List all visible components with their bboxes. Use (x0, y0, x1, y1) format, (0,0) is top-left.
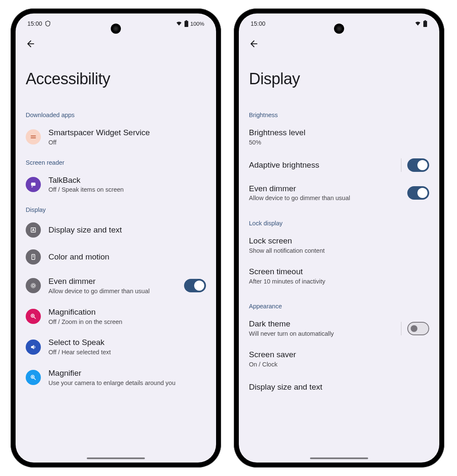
item-title: TalkBack (48, 175, 206, 185)
item-color-and-motion[interactable]: Color and motion (16, 243, 216, 270)
item-screen-saver[interactable]: Screen saver On / Clock (239, 344, 439, 374)
svg-rect-4 (31, 182, 36, 186)
svg-line-16 (34, 378, 36, 380)
item-title: Smartspacer Widget Service (48, 128, 206, 138)
battery-icon (423, 20, 428, 27)
item-sub: Show all notification content (249, 247, 429, 255)
item-sub: Allow device to go dimmer than usual (48, 287, 176, 295)
select-speak-icon (26, 340, 41, 355)
section-header-lock-display: Lock display (239, 208, 439, 230)
magnification-icon (26, 309, 41, 324)
item-title: Magnification (48, 307, 206, 317)
item-title: Even dimmer (48, 276, 176, 286)
wifi-icon (176, 21, 182, 27)
screen-left: 15:00 100% Accessibility Downloaded apps… (16, 13, 216, 463)
phone-left: 15:00 100% Accessibility Downloaded apps… (11, 8, 221, 468)
shield-icon (45, 20, 51, 27)
item-title: Magnifier (48, 368, 206, 378)
item-title: Color and motion (48, 252, 206, 262)
item-sub: Allow device to go dimmer than usual (249, 194, 400, 202)
item-sub: After 10 minutes of inactivity (249, 278, 429, 286)
camera-cutout (111, 24, 121, 34)
home-indicator[interactable] (310, 457, 368, 459)
toggle-adaptive-brightness[interactable] (407, 158, 429, 172)
item-title: Display size and text (249, 382, 429, 392)
list-icon (26, 129, 41, 144)
item-display-size-and-text-right[interactable]: Display size and text (239, 374, 439, 400)
item-title: Dark theme (249, 319, 393, 329)
item-sub: Off (48, 139, 206, 147)
toggle-dark-theme[interactable] (407, 322, 429, 335)
svg-rect-19 (423, 21, 427, 27)
item-sub: Off / Zoom in on the screen (48, 318, 206, 326)
section-header-appearance: Appearance (239, 291, 439, 313)
item-smartspacer[interactable]: Smartspacer Widget Service Off (16, 122, 216, 152)
item-title: Lock screen (249, 236, 429, 246)
item-title: Screen saver (249, 350, 429, 360)
nav-row (16, 34, 216, 54)
item-even-dimmer-right[interactable]: Even dimmer Allow device to go dimmer th… (239, 178, 439, 209)
toggle-even-dimmer[interactable] (184, 279, 206, 292)
svg-point-10 (31, 283, 36, 288)
toggle-even-dimmer-right[interactable] (407, 186, 429, 200)
status-time: 15:00 (27, 20, 42, 27)
home-indicator[interactable] (87, 457, 145, 459)
item-adaptive-brightness[interactable]: Adaptive brightness (239, 152, 439, 178)
item-lock-screen[interactable]: Lock screen Show all notification conten… (239, 230, 439, 261)
svg-rect-1 (184, 21, 188, 27)
item-title: Screen timeout (249, 267, 429, 277)
section-header-brightness: Brightness (239, 105, 439, 122)
wifi-icon (414, 21, 421, 27)
color-motion-icon (26, 249, 41, 265)
phone-right: 15:00 Display Brightness Brightness leve… (234, 8, 444, 468)
svg-rect-0 (185, 20, 187, 21)
svg-rect-18 (425, 20, 426, 21)
back-arrow-icon (26, 39, 36, 49)
section-header-display: Display (16, 200, 216, 217)
svg-line-12 (34, 317, 36, 319)
nav-row (239, 34, 439, 54)
back-arrow-icon (249, 39, 259, 49)
screen-right: 15:00 Display Brightness Brightness leve… (239, 13, 439, 463)
item-even-dimmer[interactable]: Even dimmer Allow device to go dimmer th… (16, 270, 216, 301)
item-dark-theme[interactable]: Dark theme Will never turn on automatica… (239, 313, 439, 344)
back-button[interactable] (22, 35, 39, 52)
camera-cutout (334, 24, 344, 34)
item-sub: 50% (249, 139, 429, 147)
item-sub: Off / Speak items on screen (48, 186, 206, 194)
svg-point-9 (32, 285, 34, 287)
item-title: Even dimmer (249, 184, 400, 194)
section-header-screen-reader: Screen reader (16, 152, 216, 169)
page-title: Accessibility (16, 54, 216, 105)
magnifier-icon (26, 370, 41, 385)
separator (401, 322, 401, 335)
status-battery: 100% (190, 21, 204, 27)
item-title: Display size and text (48, 225, 206, 235)
status-time: 15:00 (251, 20, 265, 27)
item-screen-timeout[interactable]: Screen timeout After 10 minutes of inact… (239, 261, 439, 291)
separator (401, 158, 401, 172)
item-magnifier[interactable]: Magnifier Use your camera to enlarge det… (16, 362, 216, 393)
item-title: Brightness level (249, 128, 429, 138)
talkback-icon (26, 177, 41, 192)
item-talkback[interactable]: TalkBack Off / Speak items on screen (16, 169, 216, 200)
battery-icon (184, 20, 189, 27)
back-button[interactable] (246, 35, 262, 52)
item-title: Adaptive brightness (249, 160, 393, 170)
svg-point-17 (32, 377, 33, 377)
item-magnification[interactable]: Magnification Off / Zoom in on the scree… (16, 301, 216, 332)
item-sub: On / Clock (249, 361, 429, 369)
item-display-size-and-text[interactable]: Display size and text (16, 217, 216, 243)
item-sub: Will never turn on automatically (249, 330, 393, 338)
text-size-icon (26, 222, 41, 238)
item-select-to-speak[interactable]: Select to Speak Off / Hear selected text (16, 332, 216, 362)
section-header-downloaded-apps: Downloaded apps (16, 105, 216, 122)
page-title: Display (239, 54, 439, 105)
item-sub: Use your camera to enlarge details aroun… (48, 379, 206, 387)
item-brightness-level[interactable]: Brightness level 50% (239, 122, 439, 152)
item-sub: Off / Hear selected text (48, 348, 206, 356)
dimmer-icon (26, 278, 41, 293)
item-title: Select to Speak (48, 337, 206, 348)
